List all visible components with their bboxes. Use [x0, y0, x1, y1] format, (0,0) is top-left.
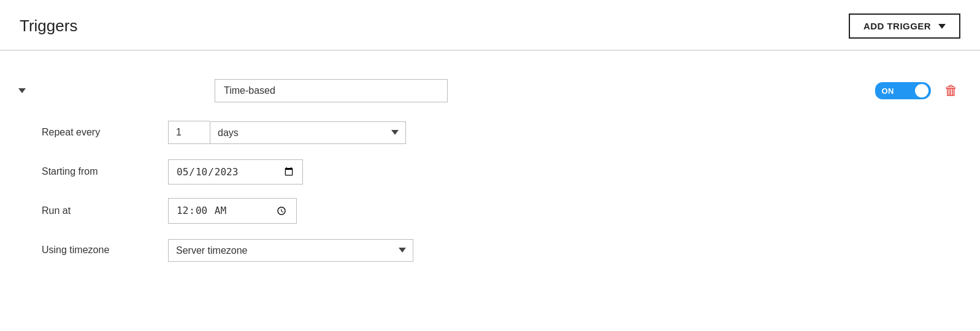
timezone-select[interactable]: Server timezone UTC America/New_York Ame…	[168, 239, 413, 262]
run-at-label: Run at	[39, 205, 168, 216]
trigger-section: ON 🗑 Repeat every minute	[0, 51, 980, 295]
run-at-time-input[interactable]	[176, 204, 289, 218]
starting-from-date-input[interactable]	[176, 166, 295, 178]
run-at-input-wrap	[168, 198, 297, 224]
toggle-label: ON	[875, 82, 899, 99]
collapse-button[interactable]	[20, 87, 43, 94]
run-at-row: Run at	[20, 197, 960, 225]
add-trigger-button[interactable]: ADD TRIGGER	[849, 13, 960, 39]
repeat-inputs: minutes hours days weeks months	[168, 121, 406, 144]
starting-from-label: Starting from	[39, 166, 168, 177]
toggle-wrap[interactable]: ON	[875, 82, 931, 99]
repeat-unit-select[interactable]: minutes hours days weeks months	[210, 121, 406, 144]
chevron-down-icon	[938, 24, 946, 29]
delete-trigger-button[interactable]: 🗑	[942, 80, 960, 101]
repeat-every-row: Repeat every minutes hours days weeks mo…	[20, 118, 960, 146]
trigger-name-input[interactable]	[215, 79, 448, 102]
header: Triggers ADD TRIGGER	[0, 0, 980, 50]
repeat-every-label: Repeat every	[39, 127, 168, 138]
trash-icon: 🗑	[944, 83, 958, 99]
timezone-select-wrap: Server timezone UTC America/New_York Ame…	[168, 239, 413, 262]
timezone-label: Using timezone	[39, 245, 168, 256]
timezone-row: Using timezone Server timezone UTC Ameri…	[20, 236, 960, 264]
collapse-chevron-icon	[18, 88, 26, 93]
trigger-right: ON 🗑	[875, 80, 960, 101]
repeat-number-input[interactable]	[168, 121, 210, 144]
toggle-circle	[915, 84, 928, 97]
toggle-pill[interactable]	[899, 82, 931, 99]
trigger-row: ON 🗑	[20, 68, 960, 113]
page-title: Triggers	[20, 17, 77, 36]
trigger-form: Repeat every minutes hours days weeks mo…	[20, 118, 960, 264]
add-trigger-label: ADD TRIGGER	[863, 21, 931, 31]
page: Triggers ADD TRIGGER ON 🗑	[0, 0, 980, 331]
starting-from-row: Starting from	[20, 158, 960, 186]
repeat-unit-wrap: minutes hours days weeks months	[210, 121, 406, 144]
starting-from-input-wrap	[168, 159, 303, 185]
